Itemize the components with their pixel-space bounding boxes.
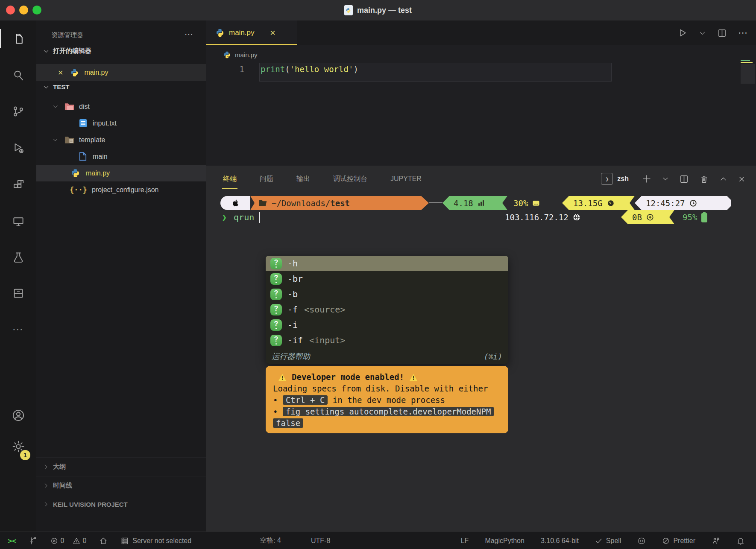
remote-explorer-icon[interactable] [0, 210, 36, 234]
prompt-line[interactable]: ❯ qrun [222, 212, 260, 223]
developer-mode-alert: Developer mode enabled! Loading specs fr… [266, 366, 508, 433]
suggestion-item[interactable]: ? -f <source> [266, 302, 508, 317]
tree-row-dist[interactable]: dist [36, 98, 206, 115]
editor-tabstrip: main.py ✕ ⋯ [206, 20, 756, 45]
breadcrumb-item[interactable]: main.py [235, 51, 258, 58]
question-icon: ? [270, 304, 282, 315]
powerline-connector [429, 202, 442, 203]
tune-icon[interactable] [29, 537, 38, 545]
upload-circle-icon [646, 213, 654, 221]
folder-template-icon [64, 136, 74, 144]
minimap[interactable] [741, 59, 755, 102]
check-icon [595, 537, 603, 545]
tab-mainpy[interactable]: main.py ✕ [206, 20, 297, 45]
code-line-1[interactable]: print('hello world') [261, 64, 358, 74]
terminal-dropdown-chevron-icon[interactable] [662, 175, 669, 182]
tree-item-label: dist [79, 103, 90, 111]
prettier-status[interactable]: Prettier [662, 537, 695, 545]
breadcrumb[interactable]: main.py [206, 45, 756, 64]
autocomplete-dropdown: ? -h ? -br ? -b ? -f <source> ? [266, 256, 508, 364]
extensions-icon[interactable] [0, 173, 36, 197]
eol-status[interactable]: LF [461, 537, 469, 545]
new-terminal-icon[interactable] [642, 174, 652, 184]
explorer-icon[interactable] [0, 26, 36, 50]
settings-badge: 1 [20, 450, 30, 460]
settings-gear-icon[interactable]: 1 [0, 435, 36, 458]
tab-problems[interactable]: 问题 [259, 172, 274, 186]
problems-status[interactable]: 0 0 [50, 537, 86, 545]
close-editor-icon[interactable]: ✕ [58, 69, 63, 77]
terminal[interactable]: ~/Downloads/test 4.18 30% 13.15G 12:45:2… [206, 192, 756, 531]
typed-command: qrun [234, 212, 254, 222]
suggestion-item[interactable]: ? -b [266, 286, 508, 302]
suggestion-item[interactable]: ? -i [266, 317, 508, 333]
notifications-bell-icon[interactable] [736, 537, 745, 545]
spell-status[interactable]: Spell [595, 537, 621, 545]
tree-row-template[interactable]: template [36, 131, 206, 148]
split-editor-icon[interactable] [717, 28, 727, 38]
tree-row-mainpy[interactable]: main.py [36, 165, 206, 181]
sidebar-bottom-sections: 大纲 时间线 KEIL UVISION PROJECT [36, 457, 206, 514]
run-debug-icon[interactable] [0, 136, 36, 160]
search-icon[interactable] [0, 63, 36, 87]
copilot-icon[interactable] [637, 537, 646, 545]
more-views-icon[interactable]: ⋯ [0, 317, 36, 341]
tab-terminal[interactable]: 终端 [222, 172, 237, 186]
suggestion-label: -f [287, 304, 298, 315]
editor-more-actions-icon[interactable]: ⋯ [738, 27, 748, 38]
python-file-icon [70, 168, 80, 178]
tab-close-icon[interactable]: ✕ [270, 29, 276, 38]
tree-row-project-configure-json[interactable]: {··} project_configure.json [36, 181, 206, 198]
encoding-status[interactable]: UTF-8 [311, 537, 330, 545]
battery-value: 95% [683, 213, 697, 222]
maximize-panel-icon[interactable] [719, 175, 727, 183]
run-dropdown-chevron-icon[interactable] [699, 29, 706, 37]
warning-icon [73, 537, 80, 545]
indentation-status[interactable]: 空格: 4 [260, 536, 281, 545]
close-panel-icon[interactable] [738, 175, 746, 183]
open-editor-item-mainpy[interactable]: ✕ main.py [36, 64, 206, 81]
sidebar-more-actions-icon[interactable]: ⋯ [185, 29, 194, 39]
plain-file-icon [79, 152, 87, 161]
remote-icon[interactable]: >< [8, 537, 16, 545]
tab-jupyter[interactable]: JUPYTER [390, 172, 422, 185]
suggestion-item[interactable]: ? -if <input> [266, 333, 508, 348]
python-file-icon [215, 28, 225, 38]
section-outline[interactable]: 大纲 [36, 457, 206, 476]
section-timeline[interactable]: 时间线 [36, 476, 206, 495]
vscode-window: main.py — test ⋯ [0, 0, 756, 549]
tab-debug-console[interactable]: 调试控制台 [332, 172, 368, 186]
disk-icon [532, 199, 540, 207]
tree-item-label: project_configure.json [92, 186, 159, 194]
runner-help-label: 运行器帮助 [272, 351, 310, 362]
python-interpreter-status[interactable]: 3.10.6 64-bit [541, 537, 579, 545]
open-editor-filename: main.py [84, 69, 108, 76]
account-icon[interactable] [0, 403, 36, 427]
server-status[interactable]: Server not selected [120, 537, 191, 545]
section-label: KEIL UVISION PROJECT [53, 501, 128, 508]
project-root-section[interactable]: TEST [43, 83, 69, 91]
split-terminal-icon[interactable] [679, 174, 689, 184]
tree-row-input-txt[interactable]: input.txt [36, 115, 206, 131]
error-count: 0 [60, 537, 64, 545]
suggestion-item[interactable]: ? -br [266, 271, 508, 286]
run-python-file-icon[interactable] [677, 28, 688, 38]
folder-open-icon [259, 199, 267, 207]
tab-output[interactable]: 输出 [296, 172, 311, 186]
server-status-text: Server not selected [132, 537, 191, 545]
kill-terminal-trash-icon[interactable] [699, 174, 709, 184]
suggestion-item[interactable]: ? -h [266, 256, 508, 271]
home-icon[interactable] [99, 537, 108, 545]
ip-stat: 103.116.72.12 [505, 210, 581, 224]
open-editors-section[interactable]: 打开的编辑器 [43, 47, 91, 55]
question-icon: ? [270, 273, 282, 285]
section-keil-uvision-project[interactable]: KEIL UVISION PROJECT [36, 495, 206, 514]
feedback-icon[interactable] [712, 537, 720, 545]
test-flask-icon[interactable] [0, 245, 36, 269]
language-mode-status[interactable]: MagicPython [485, 537, 525, 545]
tree-row-main[interactable]: main [36, 148, 206, 165]
battery-stat: 95% [683, 210, 708, 224]
storage-box-icon[interactable] [0, 281, 36, 305]
shell-picker[interactable]: ❯ zsh [601, 173, 629, 185]
source-control-icon[interactable] [0, 99, 36, 123]
